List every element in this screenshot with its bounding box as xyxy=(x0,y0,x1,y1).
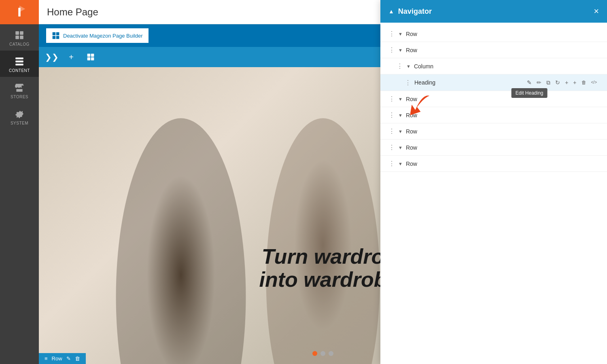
nav-label-heading1: Heading xyxy=(414,79,525,86)
svg-rect-6 xyxy=(20,36,23,39)
svg-point-19 xyxy=(266,118,380,364)
sidebar-item-content[interactable]: CONTENT xyxy=(0,51,39,77)
nav-item-column1[interactable]: ⋮ ▼ Column xyxy=(380,58,607,74)
svg-rect-4 xyxy=(20,31,23,35)
svg-point-18 xyxy=(116,118,246,364)
edit-row-icon[interactable]: ✎ xyxy=(66,356,71,362)
bottom-row-label: Row xyxy=(52,356,62,362)
nav-item-row5[interactable]: ⋮ ▼ Row xyxy=(380,123,607,140)
magento-logo[interactable] xyxy=(0,0,39,24)
collapse-arrow-row3[interactable]: ▼ xyxy=(398,97,403,102)
navigator-collapse-icon[interactable]: ▲ xyxy=(388,8,394,15)
navigator-panel: ▲ Navigator × ⋮ ▼ Row ⋮ ▼ Row ⋮ ▼ Column… xyxy=(380,0,607,364)
sidebar-item-content-label: CONTENT xyxy=(9,68,30,73)
add-element-icon[interactable]: + xyxy=(65,51,78,63)
page-title: Home Page xyxy=(47,6,98,18)
svg-rect-10 xyxy=(53,32,56,36)
sidebar-item-system[interactable]: SYSTEM xyxy=(0,103,39,129)
sidebar-item-catalog-label: CATALOG xyxy=(9,42,30,47)
nav-item-row6[interactable]: ⋮ ▼ Row xyxy=(380,140,607,156)
sidebar-item-stores[interactable]: STORES xyxy=(0,77,39,103)
navigator-body: ⋮ ▼ Row ⋮ ▼ Row ⋮ ▼ Column ⋮ Heading ✎ E… xyxy=(380,23,607,364)
sidebar-item-stores-label: STORES xyxy=(11,95,28,99)
collapse-arrow-row5[interactable]: ▼ xyxy=(398,129,403,134)
carousel-dot-2[interactable] xyxy=(320,351,325,356)
drag-handle-row3[interactable]: ⋮ xyxy=(388,95,395,103)
drag-handle-row6[interactable]: ⋮ xyxy=(388,144,395,151)
nav-label-row7: Row xyxy=(406,161,599,167)
deactivate-button[interactable]: Deactivate Magezon Page Builder xyxy=(45,28,149,44)
nav-item-row7[interactable]: ⋮ ▼ Row xyxy=(380,156,607,172)
navigator-header: ▲ Navigator × xyxy=(380,0,607,23)
move-icon[interactable]: ❯❯ xyxy=(45,51,58,63)
collapse-arrow-col1[interactable]: ▼ xyxy=(406,64,411,69)
svg-rect-9 xyxy=(15,63,23,65)
canvas-headline-line2: into wardrob xyxy=(259,268,387,291)
svg-rect-17 xyxy=(91,57,94,61)
carousel-dots xyxy=(312,351,333,356)
carousel-dot-1[interactable] xyxy=(312,351,317,356)
nav-label-row2: Row xyxy=(406,47,599,53)
svg-rect-12 xyxy=(53,36,56,39)
sidebar-item-system-label: SYSTEM xyxy=(11,121,28,125)
edit-action-wrapper: ✎ Edit Heading xyxy=(525,78,534,87)
canvas-text: Turn wardro into wardrob xyxy=(259,245,387,291)
nav-label-row4: Row xyxy=(406,112,599,119)
svg-rect-7 xyxy=(15,57,23,59)
heading-actions: ✎ Edit Heading ✏ ⧉ ↻ + + 🗑 </> xyxy=(525,78,599,87)
collapse-arrow-row2[interactable]: ▼ xyxy=(398,48,403,53)
svg-rect-3 xyxy=(15,31,19,35)
svg-rect-5 xyxy=(15,36,19,39)
drag-handle-col1[interactable]: ⋮ xyxy=(397,62,403,70)
delete-row-icon[interactable]: 🗑 xyxy=(75,356,80,362)
nav-item-row1[interactable]: ⋮ ▼ Row xyxy=(380,26,607,42)
nav-label-row3: Row xyxy=(406,96,599,102)
svg-rect-16 xyxy=(87,57,91,61)
drag-handle-row2[interactable]: ⋮ xyxy=(388,46,395,54)
drag-handle-row5[interactable]: ⋮ xyxy=(388,127,395,135)
drag-handle-heading1[interactable]: ⋮ xyxy=(405,79,411,87)
nav-item-heading1[interactable]: ⋮ Heading ✎ Edit Heading ✏ ⧉ ↻ + + 🗑 </> xyxy=(380,74,607,91)
nav-item-row3[interactable]: ⋮ ▼ Row xyxy=(380,91,607,107)
collapse-arrow-row1[interactable]: ▼ xyxy=(398,32,403,36)
add-after-button[interactable]: + xyxy=(571,78,578,87)
collapse-arrow-row7[interactable]: ▼ xyxy=(398,161,403,166)
svg-rect-11 xyxy=(56,32,59,36)
nav-label-row5: Row xyxy=(406,128,599,135)
bottom-row-bar: ≡ Row ✎ 🗑 xyxy=(39,353,86,364)
sidebar: CATALOG CONTENT STORES SYSTEM xyxy=(0,0,39,364)
duplicate-heading-button[interactable]: ⧉ xyxy=(544,78,552,87)
add-before-button[interactable]: + xyxy=(563,78,570,87)
svg-rect-15 xyxy=(91,54,94,57)
edit-heading-button[interactable]: ✎ xyxy=(525,78,534,87)
nav-label-col1: Column xyxy=(414,63,599,70)
carousel-dot-3[interactable] xyxy=(329,351,333,356)
move-row-icon[interactable]: ≡ xyxy=(45,356,48,362)
canvas-headline-line1: Turn wardro xyxy=(259,245,387,268)
grid-icon[interactable] xyxy=(84,51,97,63)
delete-heading-button[interactable]: 🗑 xyxy=(579,79,588,86)
navigator-title: Navigator xyxy=(398,7,590,16)
drag-handle[interactable]: ⋮ xyxy=(388,30,395,38)
navigator-close-button[interactable]: × xyxy=(594,7,599,16)
svg-rect-8 xyxy=(15,61,23,62)
svg-rect-14 xyxy=(87,54,91,57)
collapse-arrow-row6[interactable]: ▼ xyxy=(398,145,403,150)
drag-handle-row7[interactable]: ⋮ xyxy=(388,160,395,167)
sidebar-item-catalog[interactable]: CATALOG xyxy=(0,24,39,51)
refresh-heading-button[interactable]: ↻ xyxy=(553,78,562,87)
collapse-arrow-row4[interactable]: ▼ xyxy=(398,113,403,118)
style-heading-button[interactable]: ✏ xyxy=(535,78,543,87)
code-button[interactable]: </> xyxy=(589,79,599,86)
nav-label-row6: Row xyxy=(406,144,599,151)
svg-rect-13 xyxy=(56,36,59,39)
nav-label-row1: Row xyxy=(406,31,599,37)
drag-handle-row4[interactable]: ⋮ xyxy=(388,111,395,119)
nav-item-row2[interactable]: ⋮ ▼ Row xyxy=(380,42,607,58)
svg-rect-2 xyxy=(18,8,20,17)
nav-item-row4[interactable]: ⋮ ▼ Row xyxy=(380,107,607,123)
